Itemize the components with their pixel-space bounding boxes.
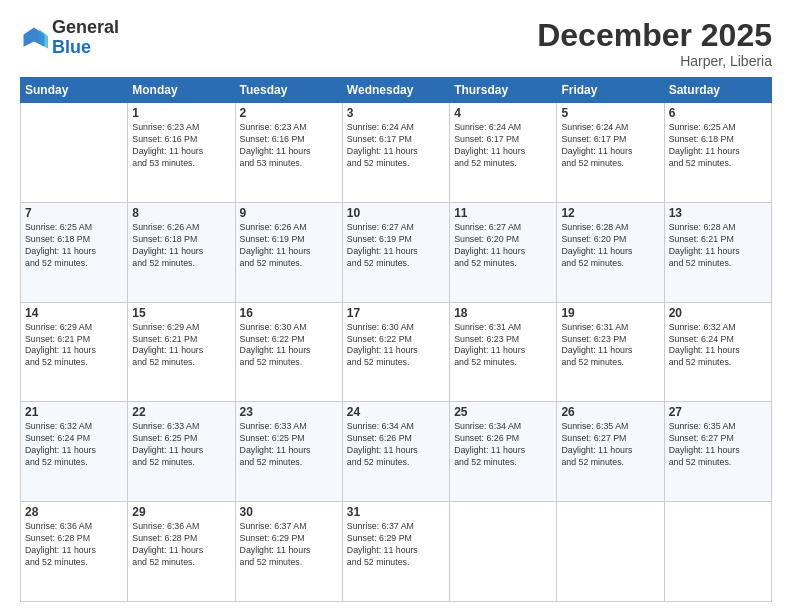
day-header-saturday: Saturday xyxy=(664,78,771,103)
cell-info: Sunrise: 6:30 AM Sunset: 6:22 PM Dayligh… xyxy=(347,322,445,370)
calendar-table: SundayMondayTuesdayWednesdayThursdayFrid… xyxy=(20,77,772,602)
calendar-cell: 27Sunrise: 6:35 AM Sunset: 6:27 PM Dayli… xyxy=(664,402,771,502)
calendar-cell: 29Sunrise: 6:36 AM Sunset: 6:28 PM Dayli… xyxy=(128,502,235,602)
day-number: 8 xyxy=(132,206,230,220)
day-number: 4 xyxy=(454,106,552,120)
calendar-cell: 5Sunrise: 6:24 AM Sunset: 6:17 PM Daylig… xyxy=(557,103,664,203)
cell-info: Sunrise: 6:26 AM Sunset: 6:18 PM Dayligh… xyxy=(132,222,230,270)
day-number: 11 xyxy=(454,206,552,220)
cell-info: Sunrise: 6:28 AM Sunset: 6:20 PM Dayligh… xyxy=(561,222,659,270)
calendar-cell: 31Sunrise: 6:37 AM Sunset: 6:29 PM Dayli… xyxy=(342,502,449,602)
calendar-cell: 30Sunrise: 6:37 AM Sunset: 6:29 PM Dayli… xyxy=(235,502,342,602)
day-number: 13 xyxy=(669,206,767,220)
day-number: 25 xyxy=(454,405,552,419)
cell-info: Sunrise: 6:37 AM Sunset: 6:29 PM Dayligh… xyxy=(347,521,445,569)
calendar-cell: 19Sunrise: 6:31 AM Sunset: 6:23 PM Dayli… xyxy=(557,302,664,402)
calendar-cell: 7Sunrise: 6:25 AM Sunset: 6:18 PM Daylig… xyxy=(21,202,128,302)
cell-info: Sunrise: 6:33 AM Sunset: 6:25 PM Dayligh… xyxy=(240,421,338,469)
calendar-cell xyxy=(450,502,557,602)
day-number: 24 xyxy=(347,405,445,419)
day-number: 14 xyxy=(25,306,123,320)
calendar-week-row: 1Sunrise: 6:23 AM Sunset: 6:16 PM Daylig… xyxy=(21,103,772,203)
cell-info: Sunrise: 6:25 AM Sunset: 6:18 PM Dayligh… xyxy=(25,222,123,270)
calendar-cell: 24Sunrise: 6:34 AM Sunset: 6:26 PM Dayli… xyxy=(342,402,449,502)
cell-info: Sunrise: 6:35 AM Sunset: 6:27 PM Dayligh… xyxy=(669,421,767,469)
calendar-cell: 11Sunrise: 6:27 AM Sunset: 6:20 PM Dayli… xyxy=(450,202,557,302)
month-title: December 2025 xyxy=(537,18,772,53)
cell-info: Sunrise: 6:32 AM Sunset: 6:24 PM Dayligh… xyxy=(25,421,123,469)
day-number: 7 xyxy=(25,206,123,220)
cell-info: Sunrise: 6:29 AM Sunset: 6:21 PM Dayligh… xyxy=(132,322,230,370)
day-number: 21 xyxy=(25,405,123,419)
calendar-cell: 13Sunrise: 6:28 AM Sunset: 6:21 PM Dayli… xyxy=(664,202,771,302)
day-number: 1 xyxy=(132,106,230,120)
day-number: 17 xyxy=(347,306,445,320)
cell-info: Sunrise: 6:24 AM Sunset: 6:17 PM Dayligh… xyxy=(454,122,552,170)
logo: General Blue xyxy=(20,18,119,58)
calendar-cell: 9Sunrise: 6:26 AM Sunset: 6:19 PM Daylig… xyxy=(235,202,342,302)
cell-info: Sunrise: 6:34 AM Sunset: 6:26 PM Dayligh… xyxy=(347,421,445,469)
cell-info: Sunrise: 6:32 AM Sunset: 6:24 PM Dayligh… xyxy=(669,322,767,370)
logo-blue-text: Blue xyxy=(52,38,119,58)
calendar-cell: 23Sunrise: 6:33 AM Sunset: 6:25 PM Dayli… xyxy=(235,402,342,502)
day-number: 28 xyxy=(25,505,123,519)
day-number: 19 xyxy=(561,306,659,320)
day-number: 9 xyxy=(240,206,338,220)
calendar-cell: 10Sunrise: 6:27 AM Sunset: 6:19 PM Dayli… xyxy=(342,202,449,302)
calendar-cell: 22Sunrise: 6:33 AM Sunset: 6:25 PM Dayli… xyxy=(128,402,235,502)
day-number: 27 xyxy=(669,405,767,419)
calendar-cell xyxy=(557,502,664,602)
cell-info: Sunrise: 6:33 AM Sunset: 6:25 PM Dayligh… xyxy=(132,421,230,469)
title-block: December 2025 Harper, Liberia xyxy=(537,18,772,69)
header: General Blue December 2025 Harper, Liber… xyxy=(20,18,772,69)
calendar-cell: 25Sunrise: 6:34 AM Sunset: 6:26 PM Dayli… xyxy=(450,402,557,502)
calendar-cell: 28Sunrise: 6:36 AM Sunset: 6:28 PM Dayli… xyxy=(21,502,128,602)
subtitle: Harper, Liberia xyxy=(537,53,772,69)
day-header-sunday: Sunday xyxy=(21,78,128,103)
cell-info: Sunrise: 6:37 AM Sunset: 6:29 PM Dayligh… xyxy=(240,521,338,569)
logo-icon xyxy=(20,24,48,52)
cell-info: Sunrise: 6:29 AM Sunset: 6:21 PM Dayligh… xyxy=(25,322,123,370)
day-number: 29 xyxy=(132,505,230,519)
day-number: 31 xyxy=(347,505,445,519)
calendar-cell: 3Sunrise: 6:24 AM Sunset: 6:17 PM Daylig… xyxy=(342,103,449,203)
calendar-cell: 17Sunrise: 6:30 AM Sunset: 6:22 PM Dayli… xyxy=(342,302,449,402)
cell-info: Sunrise: 6:34 AM Sunset: 6:26 PM Dayligh… xyxy=(454,421,552,469)
cell-info: Sunrise: 6:23 AM Sunset: 6:16 PM Dayligh… xyxy=(132,122,230,170)
day-header-monday: Monday xyxy=(128,78,235,103)
calendar-cell: 15Sunrise: 6:29 AM Sunset: 6:21 PM Dayli… xyxy=(128,302,235,402)
calendar-cell: 20Sunrise: 6:32 AM Sunset: 6:24 PM Dayli… xyxy=(664,302,771,402)
cell-info: Sunrise: 6:30 AM Sunset: 6:22 PM Dayligh… xyxy=(240,322,338,370)
calendar-cell: 4Sunrise: 6:24 AM Sunset: 6:17 PM Daylig… xyxy=(450,103,557,203)
calendar-cell: 16Sunrise: 6:30 AM Sunset: 6:22 PM Dayli… xyxy=(235,302,342,402)
day-number: 10 xyxy=(347,206,445,220)
day-number: 5 xyxy=(561,106,659,120)
calendar-cell xyxy=(21,103,128,203)
day-header-tuesday: Tuesday xyxy=(235,78,342,103)
calendar-header-row: SundayMondayTuesdayWednesdayThursdayFrid… xyxy=(21,78,772,103)
page: General Blue December 2025 Harper, Liber… xyxy=(0,0,792,612)
day-number: 3 xyxy=(347,106,445,120)
cell-info: Sunrise: 6:25 AM Sunset: 6:18 PM Dayligh… xyxy=(669,122,767,170)
calendar-cell: 21Sunrise: 6:32 AM Sunset: 6:24 PM Dayli… xyxy=(21,402,128,502)
cell-info: Sunrise: 6:24 AM Sunset: 6:17 PM Dayligh… xyxy=(347,122,445,170)
calendar-week-row: 21Sunrise: 6:32 AM Sunset: 6:24 PM Dayli… xyxy=(21,402,772,502)
logo-general-text: General xyxy=(52,18,119,38)
cell-info: Sunrise: 6:36 AM Sunset: 6:28 PM Dayligh… xyxy=(132,521,230,569)
calendar-week-row: 7Sunrise: 6:25 AM Sunset: 6:18 PM Daylig… xyxy=(21,202,772,302)
calendar-cell xyxy=(664,502,771,602)
day-number: 6 xyxy=(669,106,767,120)
day-number: 30 xyxy=(240,505,338,519)
cell-info: Sunrise: 6:27 AM Sunset: 6:20 PM Dayligh… xyxy=(454,222,552,270)
calendar-cell: 6Sunrise: 6:25 AM Sunset: 6:18 PM Daylig… xyxy=(664,103,771,203)
cell-info: Sunrise: 6:27 AM Sunset: 6:19 PM Dayligh… xyxy=(347,222,445,270)
calendar-cell: 14Sunrise: 6:29 AM Sunset: 6:21 PM Dayli… xyxy=(21,302,128,402)
cell-info: Sunrise: 6:35 AM Sunset: 6:27 PM Dayligh… xyxy=(561,421,659,469)
day-number: 22 xyxy=(132,405,230,419)
calendar-cell: 18Sunrise: 6:31 AM Sunset: 6:23 PM Dayli… xyxy=(450,302,557,402)
day-number: 26 xyxy=(561,405,659,419)
calendar-cell: 12Sunrise: 6:28 AM Sunset: 6:20 PM Dayli… xyxy=(557,202,664,302)
calendar-cell: 1Sunrise: 6:23 AM Sunset: 6:16 PM Daylig… xyxy=(128,103,235,203)
calendar-week-row: 28Sunrise: 6:36 AM Sunset: 6:28 PM Dayli… xyxy=(21,502,772,602)
cell-info: Sunrise: 6:23 AM Sunset: 6:16 PM Dayligh… xyxy=(240,122,338,170)
